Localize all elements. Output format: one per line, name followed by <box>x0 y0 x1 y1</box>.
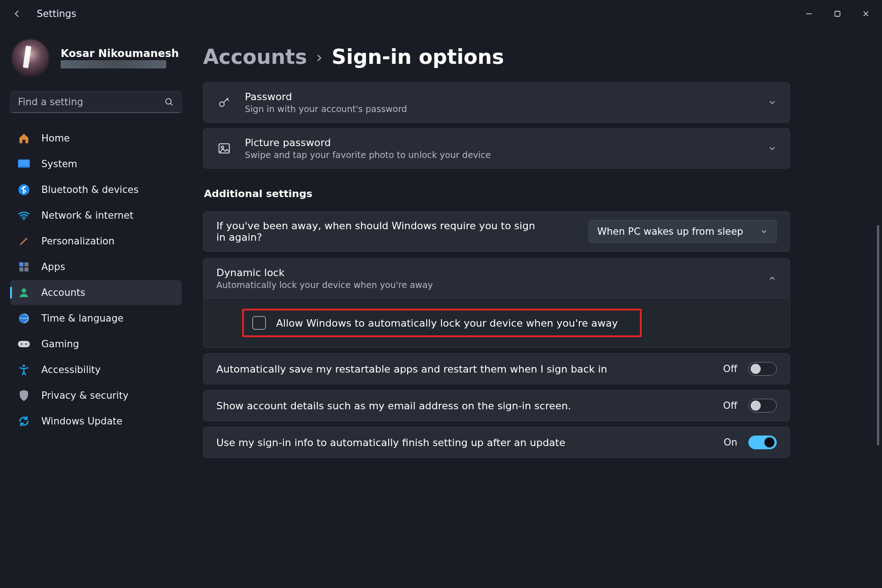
svg-point-16 <box>220 102 224 107</box>
breadcrumb-current: Sign-in options <box>332 45 504 68</box>
sidebar-item-label: Network & internet <box>41 210 133 221</box>
chevron-down-icon <box>768 144 777 153</box>
setting-label: Automatically save my restartable apps a… <box>216 363 710 375</box>
sidebar-item-label: Time & language <box>41 313 124 324</box>
nav-list: Home System Bluetooth & devices Network … <box>10 126 182 434</box>
signin-method-password[interactable]: Password Sign in with your account's pas… <box>203 82 790 123</box>
svg-rect-9 <box>24 267 28 271</box>
breadcrumb-parent[interactable]: Accounts <box>203 45 307 68</box>
chevron-up-icon <box>768 274 777 283</box>
svg-point-14 <box>25 343 27 345</box>
sidebar-item-label: Apps <box>41 261 65 272</box>
search-box[interactable] <box>10 91 182 113</box>
card-title: Password <box>245 91 755 102</box>
sidebar-item-privacy[interactable]: Privacy & security <box>10 383 182 408</box>
sidebar-item-label: Accessibility <box>41 364 101 375</box>
toggle-switch[interactable] <box>748 435 777 449</box>
scrollbar-thumb[interactable] <box>877 225 879 446</box>
card-title: Picture password <box>245 137 755 148</box>
svg-rect-3 <box>19 160 29 166</box>
clock-globe-icon <box>17 312 30 325</box>
avatar <box>11 39 50 77</box>
toggle-switch[interactable] <box>748 399 777 413</box>
card-subtitle: Automatically lock your device when you'… <box>216 280 755 290</box>
chevron-right-icon: › <box>316 48 322 66</box>
setting-label: Show account details such as my email ad… <box>216 400 710 412</box>
system-icon <box>17 158 30 170</box>
shield-icon <box>17 389 30 402</box>
checkbox[interactable] <box>252 316 266 330</box>
sidebar-item-label: Privacy & security <box>41 390 129 401</box>
app-title: Settings <box>37 8 76 19</box>
back-button[interactable] <box>11 7 24 20</box>
setting-restartable-apps: Automatically save my restartable apps a… <box>203 353 790 384</box>
home-icon <box>17 132 30 145</box>
select-value: When PC wakes up from sleep <box>597 226 743 237</box>
setting-label: Use my sign-in info to automatically fin… <box>216 437 711 448</box>
sidebar-item-label: Bluetooth & devices <box>41 184 139 195</box>
additional-settings-heading: Additional settings <box>204 188 790 199</box>
sidebar: Kosar Nikoumanesh Home System Bluetooth … <box>0 28 192 588</box>
update-icon <box>17 415 30 428</box>
setting-label: If you've been away, when should Windows… <box>216 220 547 243</box>
sidebar-item-bluetooth[interactable]: Bluetooth & devices <box>10 177 182 202</box>
picture-icon <box>216 141 232 155</box>
sidebar-item-label: Home <box>41 133 70 144</box>
window-controls <box>795 3 880 24</box>
toggle-state-text: Off <box>723 400 737 411</box>
svg-point-1 <box>166 98 171 104</box>
sidebar-item-system[interactable]: System <box>10 152 182 176</box>
toggle-state-text: Off <box>723 363 737 374</box>
search-input[interactable] <box>18 96 164 107</box>
sidebar-item-network[interactable]: Network & internet <box>10 203 182 228</box>
sidebar-item-label: Windows Update <box>41 416 122 427</box>
setting-require-signin: If you've been away, when should Windows… <box>203 211 790 252</box>
signin-method-picture-password[interactable]: Picture password Swipe and tap your favo… <box>203 128 790 169</box>
card-subtitle: Swipe and tap your favorite photo to unl… <box>245 150 755 160</box>
bluetooth-icon <box>17 183 30 196</box>
require-signin-select[interactable]: When PC wakes up from sleep <box>588 220 777 243</box>
titlebar: Settings <box>0 0 882 28</box>
search-icon <box>164 97 174 107</box>
sidebar-item-home[interactable]: Home <box>10 126 182 151</box>
card-subtitle: Sign in with your account's password <box>245 104 755 114</box>
gamepad-icon <box>17 338 30 351</box>
sidebar-item-accounts[interactable]: Accounts <box>10 280 182 305</box>
svg-point-13 <box>21 343 23 345</box>
sidebar-item-apps[interactable]: Apps <box>10 254 182 279</box>
checkbox-label: Allow Windows to automatically lock your… <box>276 317 618 329</box>
paintbrush-icon <box>17 235 30 248</box>
sidebar-item-label: System <box>41 158 77 170</box>
card-title: Dynamic lock <box>216 267 755 278</box>
setting-use-signin-info: Use my sign-in info to automatically fin… <box>203 427 790 458</box>
dynamic-lock-checkbox-row[interactable]: Allow Windows to automatically lock your… <box>242 309 642 337</box>
close-button[interactable] <box>852 3 880 24</box>
minimize-button[interactable] <box>795 3 823 24</box>
svg-rect-12 <box>18 341 30 347</box>
profile-block[interactable]: Kosar Nikoumanesh <box>10 39 182 77</box>
accounts-icon <box>17 286 30 299</box>
maximize-button[interactable] <box>823 3 852 24</box>
svg-rect-0 <box>835 11 840 17</box>
profile-name: Kosar Nikoumanesh <box>61 47 179 59</box>
svg-point-18 <box>221 146 224 148</box>
svg-point-5 <box>23 218 25 220</box>
apps-icon <box>17 260 30 273</box>
sidebar-item-label: Gaming <box>41 339 79 350</box>
sidebar-item-accessibility[interactable]: Accessibility <box>10 357 182 382</box>
svg-rect-6 <box>19 262 23 266</box>
key-icon <box>216 96 232 109</box>
setting-dynamic-lock[interactable]: Dynamic lock Automatically lock your dev… <box>203 258 790 299</box>
svg-point-10 <box>22 288 26 293</box>
chevron-down-icon <box>768 98 777 107</box>
chevron-down-icon <box>760 227 768 236</box>
sidebar-item-gaming[interactable]: Gaming <box>10 332 182 356</box>
toggle-switch[interactable] <box>748 362 777 376</box>
breadcrumb: Accounts › Sign-in options <box>203 45 864 68</box>
sidebar-item-personalization[interactable]: Personalization <box>10 229 182 254</box>
setting-show-account-details: Show account details such as my email ad… <box>203 390 790 421</box>
svg-point-15 <box>23 365 25 367</box>
sidebar-item-time-language[interactable]: Time & language <box>10 306 182 331</box>
svg-rect-8 <box>19 267 23 271</box>
sidebar-item-windows-update[interactable]: Windows Update <box>10 409 182 434</box>
